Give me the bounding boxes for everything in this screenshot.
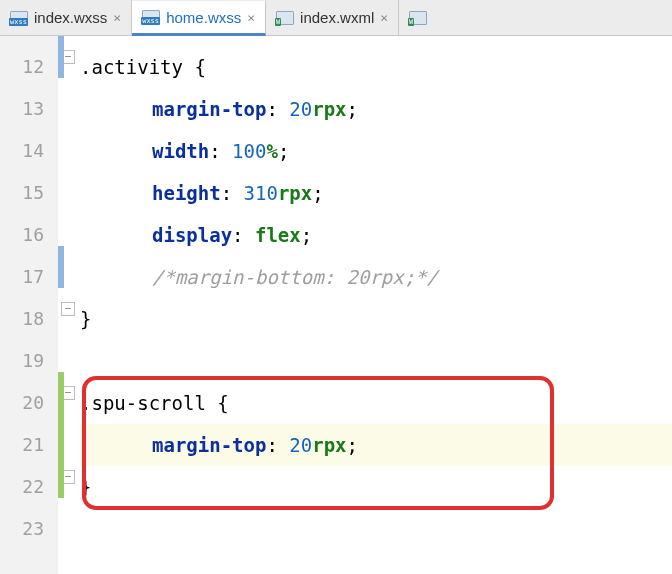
line-number: 19 — [0, 340, 58, 382]
code-line-18: } — [80, 298, 672, 340]
line-number: 14 — [0, 130, 58, 172]
code-line-16: display: flex; — [80, 214, 672, 256]
line-number: 17 — [0, 256, 58, 298]
close-icon[interactable]: × — [380, 10, 388, 25]
code-line-13: margin-top: 20rpx; — [80, 88, 672, 130]
code-line-17: /*margin-bottom: 20rpx;*/ — [80, 256, 672, 298]
code-line-12: .activity { — [80, 46, 672, 88]
code-line-19 — [80, 340, 672, 382]
line-number: 23 — [0, 508, 58, 550]
code-editor[interactable]: 121314151617181920212223 − − − − .activi… — [0, 36, 672, 574]
line-number-gutter: 121314151617181920212223 — [0, 36, 58, 574]
wxss-file-icon — [10, 11, 28, 25]
line-number: 21 — [0, 424, 58, 466]
tab-overflow[interactable] — [399, 0, 437, 35]
close-icon[interactable]: × — [247, 10, 255, 25]
code-line-15: height: 310rpx; — [80, 172, 672, 214]
line-number: 22 — [0, 466, 58, 508]
code-line-22: } — [80, 466, 672, 508]
tab-label: index.wxml — [300, 9, 374, 26]
wxss-file-icon — [142, 10, 160, 24]
fold-toggle-icon[interactable]: − — [61, 302, 75, 316]
tab-bar: index.wxss × home.wxss × index.wxml × — [0, 0, 672, 36]
line-number: 13 — [0, 88, 58, 130]
tab-label: home.wxss — [166, 9, 241, 26]
close-icon[interactable]: × — [113, 10, 121, 25]
wxml-file-icon — [409, 11, 427, 25]
tab-index-wxml[interactable]: index.wxml × — [266, 0, 399, 35]
code-line-23 — [80, 508, 672, 550]
tab-home-wxss[interactable]: home.wxss × — [132, 1, 266, 36]
line-number: 18 — [0, 298, 58, 340]
code-line-21: margin-top: 20rpx; — [80, 424, 672, 466]
wxml-file-icon — [276, 11, 294, 25]
code-line-14: width: 100%; — [80, 130, 672, 172]
code-line-20: .spu-scroll { — [80, 382, 672, 424]
code-area[interactable]: .activity { margin-top: 20rpx; width: 10… — [80, 36, 672, 574]
line-number: 12 — [0, 46, 58, 88]
line-number: 16 — [0, 214, 58, 256]
tab-index-wxss[interactable]: index.wxss × — [0, 0, 132, 35]
selection-marker — [58, 36, 64, 78]
vcs-change-marker — [58, 372, 64, 498]
tab-label: index.wxss — [34, 9, 107, 26]
line-number: 15 — [0, 172, 58, 214]
selection-marker — [58, 246, 64, 288]
line-number: 20 — [0, 382, 58, 424]
